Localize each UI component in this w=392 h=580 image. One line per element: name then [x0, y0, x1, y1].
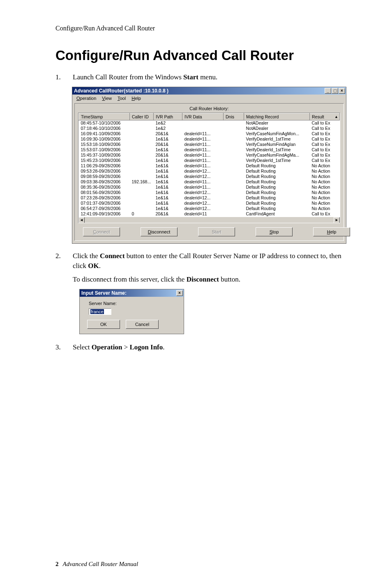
table-row[interactable]: 09:03:38-09/28/2006192.168...1e&1&dealer… [79, 179, 340, 185]
ok-button[interactable]: OK [87, 320, 120, 329]
table-row[interactable]: 16:09:30-10/09/20061e&1&dealerid=11...Ve… [79, 136, 340, 142]
table-row[interactable]: 12:41:09-09/19/2006020&1&dealerid=11Cant… [79, 211, 340, 217]
stop-button[interactable]: Stop [256, 227, 293, 236]
minimize-button[interactable]: _ [325, 88, 331, 94]
table-cell: VerifyCaseNumFindAgMa... [244, 153, 310, 158]
table-cell: dealerid=12... [182, 190, 224, 195]
table-cell [224, 163, 244, 169]
table-row[interactable]: 09:08:59-09/28/20061e&1&dealerid=12...De… [79, 174, 340, 179]
menu-view[interactable]: View [99, 95, 114, 101]
scroll-left-icon[interactable]: ◄ [78, 217, 85, 223]
table-cell: 1e&1& [154, 158, 182, 163]
col-callerid[interactable]: Caller ID [130, 113, 154, 120]
dialog-close-button[interactable]: × [176, 290, 183, 296]
step-1-text: Launch Call Router from the Windows Star… [73, 72, 345, 83]
page-footer: 2Advanced Call Router Manual [55, 561, 138, 568]
table-cell [224, 147, 244, 153]
table-cell: No Action [310, 190, 340, 195]
table-row[interactable]: 09:53:28-09/28/20061e&1&dealerid=12...De… [79, 169, 340, 174]
menu-help[interactable]: Help [129, 95, 143, 101]
table-cell [130, 169, 154, 174]
table-row[interactable]: 15:45:23-10/09/20061e&1&dealerid=11...Ve… [79, 158, 340, 163]
horizontal-scrollbar[interactable]: ◄ ► [78, 217, 340, 223]
table-cell: 1e&1& [154, 147, 182, 153]
table-cell [130, 120, 154, 126]
scroll-right-icon[interactable]: ► [334, 217, 340, 223]
table-cell: 16:09:30-10/09/2006 [79, 136, 130, 142]
table-cell: dealerid=11... [182, 136, 224, 142]
step-number: 2. [55, 251, 73, 285]
menu-tool[interactable]: Tool [115, 95, 128, 101]
table-cell: dealerid=11... [182, 185, 224, 190]
table-cell: VerifyDealerId_1stTime [244, 158, 310, 163]
table-cell [224, 131, 244, 136]
table-cell: dealerid=11... [182, 179, 224, 185]
dialog-title: Input Server Name: [81, 290, 176, 296]
table-cell: dealerid=12... [182, 174, 224, 179]
table-cell [224, 126, 244, 131]
table-cell: 20&1& [154, 142, 182, 147]
table-row[interactable]: 06:54:27-09/28/20061e&1&dealerid=12...De… [79, 206, 340, 211]
table-cell: dealerid=11... [182, 142, 224, 147]
running-header: Configure/Run Advanced Call Router [55, 25, 345, 32]
table-cell [130, 201, 154, 206]
col-matching[interactable]: Matching Record [244, 113, 310, 120]
history-label: Call Router History: [78, 106, 340, 111]
table-cell: Call to Ex [310, 158, 340, 163]
table-cell: dealerid=12... [182, 195, 224, 201]
table-cell: No Action [310, 179, 340, 185]
table-row[interactable]: 07:18:46-10/10/20061e&2NotADealerCall to… [79, 126, 340, 131]
table-cell: 1e&1& [154, 190, 182, 195]
table-cell [224, 174, 244, 179]
menu-operation[interactable]: Operation [74, 95, 99, 101]
col-timestamp[interactable]: TimeStamp [79, 113, 130, 120]
table-row[interactable]: 07:23:28-09/28/20061e&1&dealerid=12...De… [79, 195, 340, 201]
table-cell: dealerid=11... [182, 158, 224, 163]
table-cell: No Action [310, 195, 340, 201]
col-result[interactable]: Result▲ [310, 113, 340, 120]
server-name-input[interactable]: france [89, 308, 111, 315]
table-cell: 1e&1& [154, 179, 182, 185]
scroll-up-icon[interactable]: ▲ [334, 115, 338, 119]
connect-button[interactable]: Connect [83, 227, 120, 236]
table-row[interactable]: 08:35:36-09/28/20061e&1&dealerid=11...De… [79, 185, 340, 190]
table-cell [130, 147, 154, 153]
page-title: Configure/Run Advanced Call Router [55, 48, 345, 63]
table-row[interactable]: 15:53:07-10/09/20061e&1&dealerid=11...Ve… [79, 147, 340, 153]
server-name-label: Server Name: [89, 301, 179, 306]
table-cell: 09:53:28-09/28/2006 [79, 169, 130, 174]
table-cell: NotADealer [244, 120, 310, 126]
step-number: 3. [55, 342, 73, 353]
table-row[interactable]: 15:45:37-10/09/200620&1&dealerid=11...Ve… [79, 153, 340, 158]
table-cell: dealerid=11... [182, 153, 224, 158]
col-ivrpath[interactable]: IVR Path [154, 113, 182, 120]
table-row[interactable]: 07:01:37-09/28/20061e&1&dealerid=12...De… [79, 201, 340, 206]
menubar: Operation View Tool Help [72, 95, 346, 102]
table-cell: Default Routing [244, 169, 310, 174]
table-cell: 08:35:36-09/28/2006 [79, 185, 130, 190]
table-cell: 07:23:28-09/28/2006 [79, 195, 130, 201]
table-cell: Default Routing [244, 174, 310, 179]
table-cell: dealerid=11... [182, 131, 224, 136]
start-button[interactable]: Start [198, 227, 235, 236]
disconnect-button[interactable]: Disconnect [141, 227, 178, 236]
help-button[interactable]: Help [313, 227, 350, 236]
table-cell: 1e&1& [154, 206, 182, 211]
text: To disconnect from this server, click th… [73, 275, 187, 283]
table-row[interactable]: 08:45:57-10/10/20061e&2NotADealerCall to… [79, 120, 340, 126]
close-button[interactable]: × [339, 88, 345, 94]
table-cell: 20&1& [154, 131, 182, 136]
table-row[interactable]: 16:09:41-10/09/200620&1&dealerid=11...Ve… [79, 131, 340, 136]
table-row[interactable]: 11:06:29-09/28/20061e&1&dealerid=11...De… [79, 163, 340, 169]
table-cell [130, 126, 154, 131]
col-ivrdata[interactable]: IVR Data [182, 113, 224, 120]
cancel-button[interactable]: Cancel [126, 320, 159, 329]
table-row[interactable]: 15:53:18-10/09/200620&1&dealerid=11...Ve… [79, 142, 340, 147]
window-title: Advanced CallRouter(started :10.10.0.8 ) [74, 88, 325, 94]
col-dnis[interactable]: Dnis [224, 113, 244, 120]
maximize-button[interactable]: ▢ [332, 88, 338, 94]
table-cell [182, 120, 224, 126]
table-cell: VerifyCaseNumFinAgMon... [244, 131, 310, 136]
table-row[interactable]: 08:01:56-09/28/20061e&1&dealerid=12...De… [79, 190, 340, 195]
table-cell: 06:54:27-09/28/2006 [79, 206, 130, 211]
